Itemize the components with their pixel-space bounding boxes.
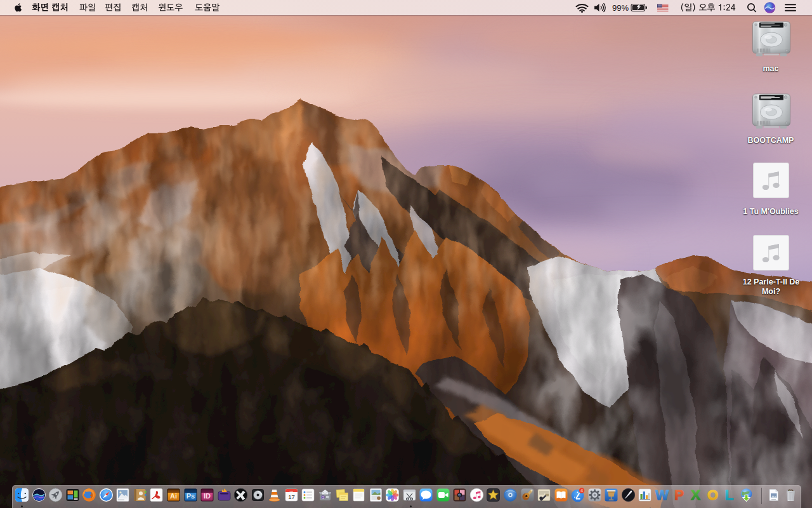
svg-text:L: L	[725, 488, 733, 502]
svg-text:P: P	[674, 488, 684, 502]
svg-text:O: O	[707, 488, 717, 502]
svg-text:17: 17	[288, 493, 295, 500]
svg-text:W: W	[655, 488, 669, 502]
svg-text:4: 4	[580, 488, 583, 493]
svg-text:Ps: Ps	[186, 492, 194, 500]
svg-text:Q: Q	[322, 495, 325, 499]
svg-text:ID: ID	[204, 492, 211, 500]
svg-text:99%: 99%	[612, 3, 629, 13]
svg-text:X: X	[691, 488, 700, 502]
svg-text:Ai: Ai	[170, 492, 177, 500]
